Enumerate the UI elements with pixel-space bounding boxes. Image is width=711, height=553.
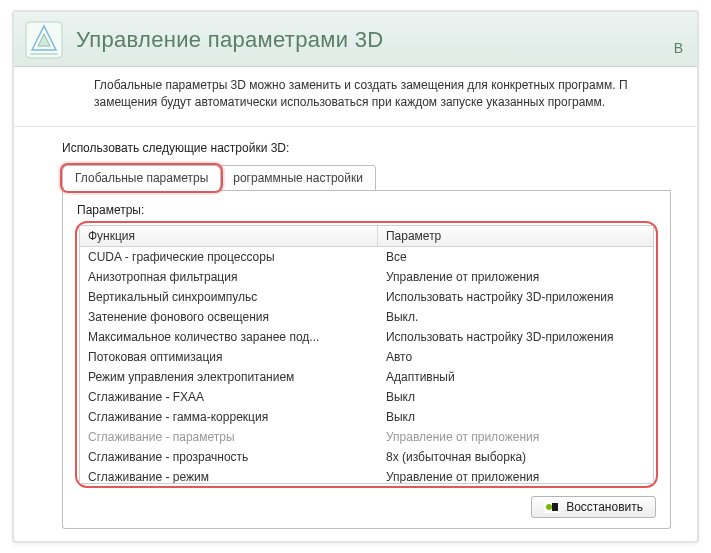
header: Управление параметрами 3D В xyxy=(14,12,697,67)
cell-function: Максимальное количество заранее под... xyxy=(80,330,378,344)
cell-function: Вертикальный синхроимпульс xyxy=(80,290,378,304)
table-row[interactable]: Вертикальный синхроимпульсИспользовать н… xyxy=(80,287,653,307)
cell-function: Сглаживание - режим xyxy=(80,470,378,483)
table-row[interactable]: Режим управления электропитаниемАдаптивн… xyxy=(80,367,653,387)
restore-button[interactable]: Восстановить xyxy=(531,496,656,518)
table-row[interactable]: Сглаживание - параметрыУправление от при… xyxy=(80,427,653,447)
main-area: Использовать следующие настройки 3D: Гло… xyxy=(14,127,697,541)
table-body[interactable]: CUDA - графические процессорыВсеАнизотро… xyxy=(80,247,653,483)
cell-function: Сглаживание - параметры xyxy=(80,430,378,444)
button-row: Восстановить xyxy=(75,488,658,518)
page-title: Управление параметрами 3D xyxy=(76,27,662,53)
cell-param: Управление от приложения xyxy=(378,430,653,444)
nvidia-3d-icon xyxy=(24,20,64,60)
table-row[interactable]: CUDA - графические процессорыВсе xyxy=(80,247,653,267)
cell-function: Анизотропная фильтрация xyxy=(80,270,378,284)
cell-param: Выкл xyxy=(378,410,653,424)
cell-function: Режим управления электропитанием xyxy=(80,370,378,384)
params-table-highlight: Функция Параметр CUDA - графические проц… xyxy=(75,221,658,488)
header-trail-text: В xyxy=(674,40,683,60)
table-row[interactable]: Сглаживание - гамма-коррекцияВыкл xyxy=(80,407,653,427)
table-row[interactable]: Анизотропная фильтрацияУправление от при… xyxy=(80,267,653,287)
cell-function: Сглаживание - гамма-коррекция xyxy=(80,410,378,424)
params-table: Функция Параметр CUDA - графические проц… xyxy=(79,225,654,484)
cell-function: Затенение фонового освещения xyxy=(80,310,378,324)
cell-param: Использовать настройку 3D-приложения xyxy=(378,330,653,344)
table-row[interactable]: Потоковая оптимизацияАвто xyxy=(80,347,653,367)
tab-filler xyxy=(375,190,671,191)
col-header-param[interactable]: Параметр xyxy=(378,226,653,246)
cell-param: Использовать настройку 3D-приложения xyxy=(378,290,653,304)
table-row[interactable]: Сглаживание - режимУправление от приложе… xyxy=(80,467,653,483)
params-label: Параметры: xyxy=(77,203,658,217)
cell-param: Авто xyxy=(378,350,653,364)
cell-param: Выкл xyxy=(378,390,653,404)
cell-function: Сглаживание - прозрачность xyxy=(80,450,378,464)
col-header-function[interactable]: Функция xyxy=(80,226,378,246)
cell-param: Управление от приложения xyxy=(378,270,653,284)
settings-panel: Управление параметрами 3D В Глобальные п… xyxy=(12,10,699,543)
section-label: Использовать следующие настройки 3D: xyxy=(62,141,671,155)
table-row[interactable]: Затенение фонового освещенияВыкл. xyxy=(80,307,653,327)
cell-param: 8x (избыточная выборка) xyxy=(378,450,653,464)
cell-param: Выкл. xyxy=(378,310,653,324)
tab-global[interactable]: Глобальные параметры xyxy=(62,165,221,191)
cell-function: Потоковая оптимизация xyxy=(80,350,378,364)
table-header: Функция Параметр xyxy=(80,226,653,247)
restore-button-label: Восстановить xyxy=(566,500,643,514)
tab-page-global: Параметры: Функция Параметр CUDA - графи… xyxy=(62,191,671,529)
description-text: Глобальные параметры 3D можно заменить и… xyxy=(14,67,697,127)
table-row[interactable]: Сглаживание - FXAAВыкл xyxy=(80,387,653,407)
tab-row: Глобальные параметры рограммные настройк… xyxy=(62,165,671,191)
cell-param: Все xyxy=(378,250,653,264)
nvidia-logo-icon xyxy=(544,501,560,513)
svg-rect-5 xyxy=(552,503,558,511)
cell-param: Управление от приложения xyxy=(378,470,653,483)
table-row[interactable]: Максимальное количество заранее под...Ис… xyxy=(80,327,653,347)
cell-param: Адаптивный xyxy=(378,370,653,384)
table-row[interactable]: Сглаживание - прозрачность8x (избыточная… xyxy=(80,447,653,467)
cell-function: CUDA - графические процессоры xyxy=(80,250,378,264)
tab-program[interactable]: рограммные настройки xyxy=(220,165,376,191)
cell-function: Сглаживание - FXAA xyxy=(80,390,378,404)
